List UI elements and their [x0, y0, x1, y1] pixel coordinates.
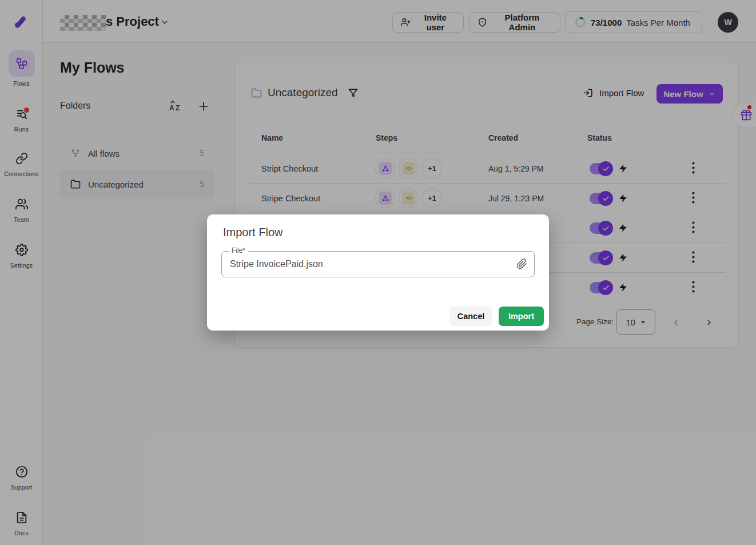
- paperclip-icon: [516, 258, 527, 269]
- attach-file-button[interactable]: [516, 258, 527, 272]
- file-input[interactable]: [230, 252, 510, 277]
- app-root: Flows Runs Connections: [0, 0, 756, 545]
- import-button[interactable]: Import: [499, 307, 544, 326]
- cancel-button[interactable]: Cancel: [449, 307, 492, 326]
- file-field: File*: [221, 251, 535, 277]
- import-flow-modal: Import Flow File* Cancel Import: [207, 214, 549, 331]
- modal-title: Import Flow: [223, 226, 282, 239]
